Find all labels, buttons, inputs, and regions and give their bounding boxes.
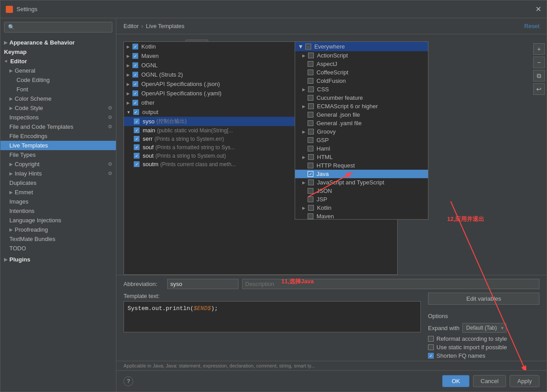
search-input[interactable] (4, 22, 112, 33)
sidebar-item-live-templates[interactable]: Live Templates (0, 141, 116, 150)
checkbox-sout[interactable] (134, 153, 140, 159)
checkbox-maven[interactable] (132, 53, 138, 59)
dropdown-item-js-ts[interactable]: ▶ JavaScript and TypeScript (295, 178, 428, 187)
dropdown-item-maven[interactable]: Maven (295, 212, 428, 220)
dropdown-item-groovy[interactable]: ▶ Groovy (295, 127, 428, 136)
sidebar-item-font[interactable]: Font (0, 85, 116, 94)
template-code-editor[interactable]: System.out.println($END$); (123, 301, 421, 332)
dropdown-item-java[interactable]: Java (295, 170, 428, 178)
checkbox-coffeescript[interactable] (308, 69, 313, 75)
checkbox-http[interactable] (308, 163, 313, 168)
checkbox-coldfusion[interactable] (308, 78, 313, 84)
sidebar-item-emmet[interactable]: ▶ Emmet (0, 188, 116, 197)
dropdown-item-general-yaml[interactable]: General .yaml file (295, 119, 428, 127)
checkbox-groovy[interactable] (308, 129, 314, 135)
dropdown-item-kotlin[interactable]: ▶ Kotlin (295, 204, 428, 212)
sidebar-item-textmate[interactable]: TextMate Bundles (0, 234, 116, 244)
sidebar-item-todo[interactable]: TODO (0, 244, 116, 253)
sidebar-item-intentions[interactable]: Intentions (0, 206, 116, 216)
checkbox-maven-dd[interactable] (308, 213, 313, 219)
checkbox-souf[interactable] (134, 144, 140, 150)
sidebar-item-editor[interactable]: ▼ Editor (0, 57, 116, 66)
edit-variables-button[interactable]: Edit variables (428, 293, 539, 305)
sidebar-item-inspections[interactable]: Inspections ⚙ (0, 113, 116, 122)
sidebar-item-keymap[interactable]: Keymap (0, 47, 116, 57)
checkbox-openapi-yaml[interactable] (132, 90, 138, 96)
checkbox-cucumber[interactable] (308, 95, 313, 101)
sidebar-item-proofreading[interactable]: ▶ Proofreading (0, 225, 116, 234)
sidebar-item-appearance[interactable]: ▶ Appearance & Behavior (0, 38, 116, 47)
dropdown-item-coldfusion[interactable]: ColdFusion (295, 77, 428, 85)
checkbox-aspectj[interactable] (308, 61, 313, 67)
dropdown-item-ecmascript[interactable]: ▶ ECMAScript 6 or higher (295, 102, 428, 110)
sidebar-item-images[interactable]: Images (0, 197, 116, 206)
sidebar-item-file-types[interactable]: File Types (0, 150, 116, 159)
checkbox-actionscript[interactable] (308, 53, 314, 58)
dropdown-item-actionscript[interactable]: ▶ ActionScript (295, 51, 428, 60)
checkbox-css[interactable] (308, 86, 314, 92)
dropdown-item-general-json[interactable]: General .json file (295, 110, 428, 119)
checkbox-soutm[interactable] (134, 161, 140, 167)
remove-button[interactable]: − (533, 57, 545, 68)
reset-action-button[interactable]: ↩ (533, 83, 545, 95)
cb-static-import[interactable] (428, 344, 434, 350)
ok-button[interactable]: OK (442, 375, 469, 387)
checkbox-jsp[interactable] (308, 196, 313, 202)
checkbox-java[interactable] (308, 171, 313, 177)
checkbox-output[interactable] (133, 109, 139, 115)
dropdown-item-css[interactable]: ▶ CSS (295, 85, 428, 94)
dropdown-item-jsp[interactable]: JSP (295, 195, 428, 204)
sidebar-item-file-encodings[interactable]: File Encodings (0, 131, 116, 141)
sidebar-item-duplicates[interactable]: Duplicates (0, 178, 116, 188)
sidebar-item-copyright[interactable]: ▶ Copyright ⚙ (0, 159, 116, 169)
expand-with-select[interactable]: Default (Tab) (462, 323, 506, 333)
close-button[interactable]: ✕ (535, 5, 541, 13)
reset-button[interactable]: Reset (524, 23, 539, 29)
checkbox-js-ts[interactable] (308, 180, 314, 185)
checkbox-syso[interactable] (134, 118, 140, 124)
dropdown-item-gsp[interactable]: GSP (295, 136, 428, 144)
sidebar-item-file-code-templates[interactable]: File and Code Templates ⚙ (0, 122, 116, 131)
cancel-button[interactable]: Cancel (473, 375, 506, 387)
sidebar-item-general[interactable]: ▶ General (0, 66, 116, 75)
sidebar-item-inlay-hints[interactable]: ▶ Inlay Hints ⚙ (0, 169, 116, 178)
checkbox-main[interactable] (134, 127, 140, 133)
dropdown-item-coffeescript[interactable]: CoffeeScript (295, 68, 428, 77)
checkbox-serr[interactable] (134, 136, 140, 142)
checkbox-ognl[interactable] (132, 62, 138, 68)
item-label: General .json file (317, 111, 360, 118)
checkbox-ognl-struts[interactable] (132, 72, 138, 78)
cb-reformat[interactable] (428, 336, 434, 342)
dropdown-item-cucumber[interactable]: Cucumber feature (295, 94, 428, 102)
checkbox-kotlin[interactable] (132, 44, 138, 49)
dropdown-item-http[interactable]: HTTP Request (295, 161, 428, 170)
dropdown-item-haml[interactable]: Haml (295, 144, 428, 153)
copy-button[interactable]: ⧉ (533, 70, 545, 82)
sidebar-item-code-style[interactable]: ▶ Code Style ⚙ (0, 103, 116, 113)
description-input[interactable] (242, 279, 539, 289)
cb-shorten-fq[interactable] (428, 353, 434, 359)
sidebar-item-color-scheme[interactable]: ▶ Color Scheme (0, 94, 116, 103)
checkbox-openapi-json[interactable] (132, 81, 138, 87)
sidebar-item-code-editing[interactable]: Code Editing (0, 75, 116, 85)
checkbox-general-yaml[interactable] (308, 120, 313, 126)
checkbox-general-json[interactable] (308, 112, 313, 118)
dropdown-item-html[interactable]: ▶ HTML (295, 153, 428, 161)
checkbox-gsp[interactable] (308, 137, 313, 143)
checkbox-everywhere[interactable]: − (305, 44, 311, 49)
checkbox-ecmascript[interactable] (308, 103, 314, 109)
checkbox-json[interactable] (308, 188, 313, 194)
checkbox-html[interactable] (308, 154, 314, 160)
help-button[interactable]: ? (123, 376, 133, 386)
checkbox-kotlin-dd[interactable] (308, 205, 314, 211)
add-button[interactable]: + (533, 43, 545, 55)
apply-button[interactable]: Apply (510, 375, 539, 387)
dropdown-item-json[interactable]: JSON (295, 187, 428, 195)
abbreviation-input[interactable] (167, 279, 239, 289)
dropdown-item-aspectj[interactable]: AspectJ (295, 60, 428, 68)
sidebar-item-plugins[interactable]: ▶ Plugins (0, 255, 116, 264)
checkbox-other[interactable] (132, 100, 138, 106)
dropdown-header[interactable]: ▼ − Everywhere (295, 42, 428, 51)
sidebar-item-language-injections[interactable]: Language Injections (0, 216, 116, 225)
checkbox-haml[interactable] (308, 146, 313, 151)
